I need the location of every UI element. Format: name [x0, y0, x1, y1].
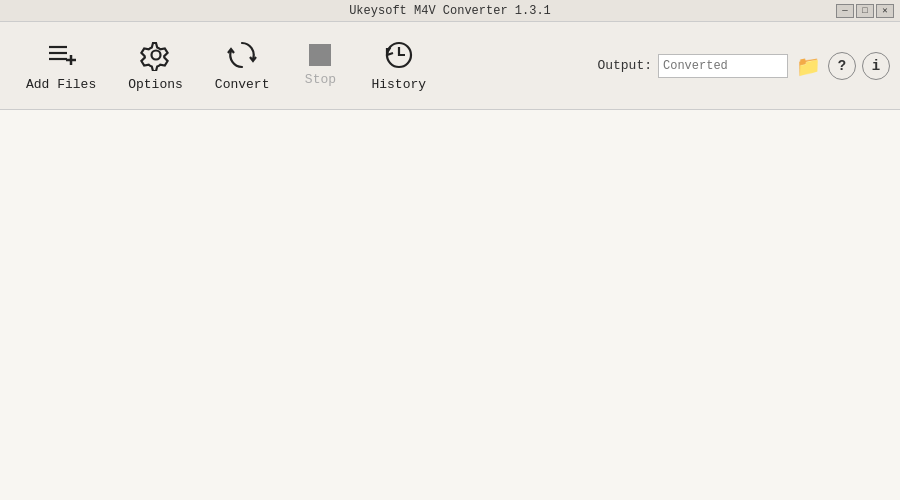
close-button[interactable]: ✕	[876, 4, 894, 18]
maximize-button[interactable]: □	[856, 4, 874, 18]
add-files-icon	[45, 39, 77, 71]
output-label: Output:	[597, 58, 652, 73]
stop-label: Stop	[305, 72, 336, 87]
options-label: Options	[128, 77, 183, 92]
window-title: Ukeysoft M4V Converter 1.3.1	[349, 4, 551, 18]
output-section: Output: 📁 ? i	[597, 52, 890, 80]
toolbar: Add Files Options Convert Stop H	[0, 22, 900, 110]
convert-icon	[226, 39, 258, 71]
history-icon	[383, 39, 415, 71]
info-button[interactable]: i	[862, 52, 890, 80]
main-content	[0, 110, 900, 500]
history-button[interactable]: History	[355, 31, 442, 100]
options-button[interactable]: Options	[112, 31, 199, 100]
stop-icon	[309, 44, 331, 66]
stop-button[interactable]: Stop	[285, 36, 355, 95]
add-files-label: Add Files	[26, 77, 96, 92]
help-button[interactable]: ?	[828, 52, 856, 80]
convert-button[interactable]: Convert	[199, 31, 286, 100]
window-controls: — □ ✕	[836, 4, 894, 18]
minimize-button[interactable]: —	[836, 4, 854, 18]
info-icon: i	[872, 58, 880, 74]
add-files-button[interactable]: Add Files	[10, 31, 112, 100]
folder-icon: 📁	[796, 54, 821, 78]
output-input[interactable]	[658, 54, 788, 78]
folder-button[interactable]: 📁	[794, 54, 822, 78]
title-bar: Ukeysoft M4V Converter 1.3.1 — □ ✕	[0, 0, 900, 22]
svg-point-5	[151, 51, 160, 60]
question-icon: ?	[838, 58, 846, 74]
convert-label: Convert	[215, 77, 270, 92]
history-label: History	[371, 77, 426, 92]
gear-icon	[140, 39, 172, 71]
